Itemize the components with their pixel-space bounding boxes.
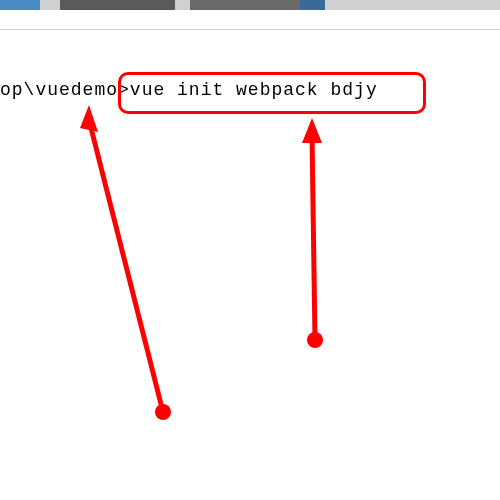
- arrow-to-command-icon: [302, 118, 323, 348]
- svg-marker-5: [302, 118, 322, 143]
- terminal-window: op\vuedemo>vue init webpack bdjy: [0, 10, 500, 500]
- arrow-to-path-icon: [80, 105, 171, 420]
- annotation-highlight-box: [118, 72, 426, 114]
- svg-line-1: [89, 120, 163, 412]
- background-strip: [0, 0, 500, 10]
- prompt-path: op\vuedemo: [0, 80, 118, 100]
- svg-point-0: [155, 404, 171, 420]
- svg-line-4: [312, 135, 315, 340]
- window-titlebar: [0, 10, 500, 30]
- svg-marker-2: [80, 105, 98, 132]
- svg-point-3: [307, 332, 323, 348]
